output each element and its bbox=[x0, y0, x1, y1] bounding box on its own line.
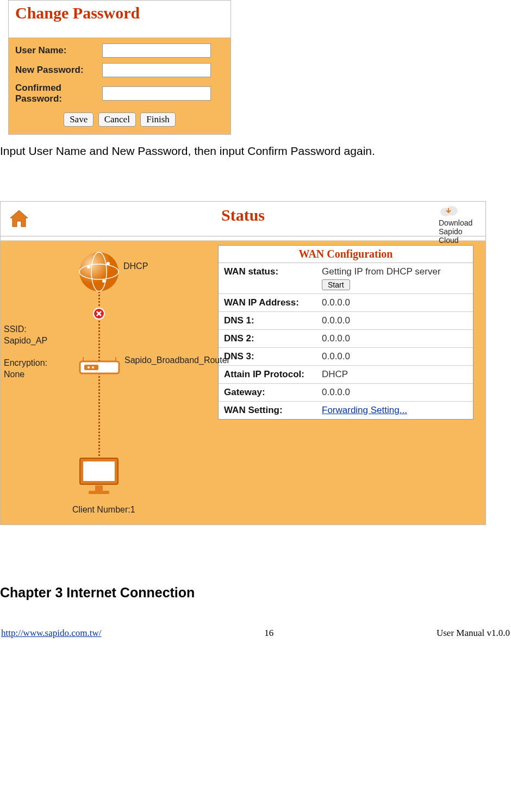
dns1-label: DNS 1: bbox=[219, 312, 316, 329]
attain-ip-value: DHCP bbox=[316, 366, 473, 383]
router-icon bbox=[79, 357, 120, 380]
wan-setting-label: WAN Setting: bbox=[219, 402, 316, 419]
new-password-label: New Password: bbox=[15, 65, 102, 76]
cancel-button[interactable]: Cancel bbox=[98, 113, 136, 127]
globe-icon bbox=[78, 251, 120, 295]
new-password-input[interactable] bbox=[102, 63, 211, 77]
wan-status-value: Getting IP from DHCP server bbox=[322, 266, 441, 277]
monitor-icon bbox=[77, 455, 121, 499]
finish-button[interactable]: Finish bbox=[140, 113, 176, 127]
status-header: Status Download Sapido Cloud bbox=[1, 202, 485, 236]
home-icon[interactable] bbox=[7, 207, 31, 233]
encryption-value: None bbox=[4, 370, 24, 379]
dns1-value: 0.0.0.0 bbox=[316, 312, 473, 329]
change-password-body: User Name: New Password: Confirmed Passw… bbox=[9, 38, 230, 134]
ssid-label: SSID: bbox=[4, 324, 27, 334]
svg-point-2 bbox=[79, 252, 119, 291]
svg-rect-16 bbox=[83, 461, 115, 481]
change-password-title: Change Password bbox=[15, 4, 140, 22]
gateway-value: 0.0.0.0 bbox=[316, 384, 473, 401]
chapter-heading: Chapter 3 Internet Connection bbox=[0, 585, 511, 601]
instruction-text: Input User Name and New Password, then i… bbox=[0, 145, 511, 158]
start-button[interactable]: Start bbox=[322, 279, 350, 290]
user-name-input[interactable] bbox=[102, 43, 211, 58]
topology-diagram: DHCP SSID: Sapido_AP Encryption: None bbox=[1, 245, 218, 517]
svg-point-6 bbox=[107, 262, 110, 265]
confirmed-password-input[interactable] bbox=[102, 86, 211, 101]
user-name-label: User Name: bbox=[15, 45, 102, 56]
dns2-value: 0.0.0.0 bbox=[316, 330, 473, 347]
download-cloud-label: Download Sapido Cloud bbox=[439, 218, 482, 245]
error-icon bbox=[93, 308, 105, 322]
svg-rect-10 bbox=[84, 365, 98, 370]
wan-ip-label: WAN IP Address: bbox=[219, 294, 316, 311]
svg-point-5 bbox=[87, 265, 90, 268]
dns3-value: 0.0.0.0 bbox=[316, 348, 473, 365]
wan-column: WAN Configuration WAN status: Getting IP… bbox=[218, 245, 485, 517]
status-panel: Status Download Sapido Cloud bbox=[0, 201, 486, 525]
client-number-label: Client Number:1 bbox=[72, 505, 135, 515]
svg-point-7 bbox=[102, 279, 105, 283]
router-label: Sapido_Broadband_Router bbox=[124, 355, 179, 366]
wan-ip-value: 0.0.0.0 bbox=[316, 294, 473, 311]
page-footer: http://www.sapido.com.tw/ 16 User Manual… bbox=[0, 628, 511, 642]
footer-page-number: 16 bbox=[264, 628, 273, 639]
encryption-label: Encryption: bbox=[4, 358, 47, 367]
status-title: Status bbox=[1, 202, 485, 229]
confirmed-password-label: Confirmed Password: bbox=[15, 83, 102, 105]
svg-rect-18 bbox=[89, 491, 109, 494]
ssid-value: Sapido_AP bbox=[4, 336, 47, 345]
dns2-label: DNS 2: bbox=[219, 330, 316, 347]
download-cloud[interactable]: Download Sapido Cloud bbox=[439, 205, 482, 245]
forwarding-setting-link[interactable]: Forwarding Setting... bbox=[322, 405, 407, 415]
ssid-block: SSID: Sapido_AP Encryption: None bbox=[4, 324, 47, 380]
svg-rect-17 bbox=[95, 485, 103, 491]
footer-url[interactable]: http://www.sapido.com.tw/ bbox=[1, 628, 101, 639]
change-password-panel: Change Password User Name: New Password:… bbox=[8, 0, 231, 135]
wan-config-header: WAN Configuration bbox=[219, 246, 473, 263]
save-button[interactable]: Save bbox=[64, 113, 94, 127]
wan-config-table: WAN Configuration WAN status: Getting IP… bbox=[218, 245, 473, 420]
attain-ip-label: Attain IP Protocol: bbox=[219, 366, 316, 383]
change-password-header: Change Password bbox=[9, 1, 230, 38]
footer-version: User Manual v1.0.0 bbox=[437, 628, 510, 639]
dhcp-label: DHCP bbox=[123, 261, 148, 271]
svg-point-11 bbox=[88, 366, 90, 368]
gateway-label: Gateway: bbox=[219, 384, 316, 401]
dns3-label: DNS 3: bbox=[219, 348, 316, 365]
wan-status-label: WAN status: bbox=[219, 263, 316, 293]
svg-point-12 bbox=[92, 366, 94, 368]
